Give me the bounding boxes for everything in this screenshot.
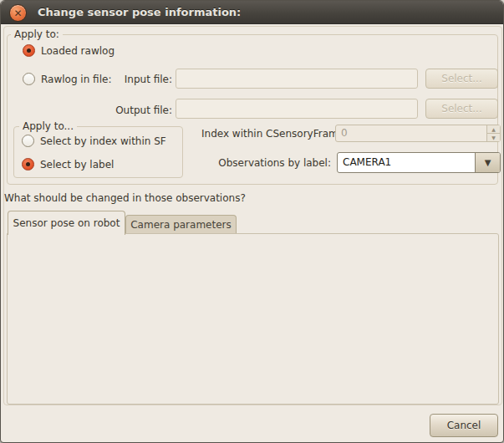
chevron-down-icon[interactable]: ▼ [475, 153, 500, 172]
radio-select-by-index[interactable] [22, 135, 34, 147]
index-spinner[interactable]: 0 ▲ ▼ [335, 125, 501, 142]
output-file-label: Output file: [109, 104, 172, 116]
observations-combo-value: CAMERA1 [338, 153, 475, 172]
index-spinner-value: 0 [336, 125, 486, 141]
tab-sensor-pose[interactable]: Sensor pose on robot [8, 211, 125, 235]
sensor-pose-tabpanel [7, 233, 499, 405]
input-file-label: Input file: [109, 74, 172, 85]
radio-select-by-index-label: Select by index within SF [40, 135, 166, 147]
radio-select-by-label-label: Select by label [40, 159, 114, 171]
titlebar: ✕ Change sensor pose information: [1, 1, 503, 24]
input-file-select-button[interactable]: Select... [425, 69, 498, 89]
radio-loaded-rawlog-label: Loaded rawlog [41, 45, 115, 57]
radio-rawlog-in-file-label: Rawlog in file: [41, 74, 111, 85]
output-file-select-button[interactable]: Select... [425, 99, 498, 119]
close-icon: ✕ [10, 5, 26, 21]
spinner-up-icon[interactable]: ▲ [487, 125, 500, 134]
radio-select-by-label[interactable] [22, 158, 34, 171]
radio-rawlog-in-file[interactable] [23, 73, 35, 85]
observations-by-label-label: Observations by label: [201, 157, 331, 169]
index-within-label: Index within CSensoryFrame [201, 128, 325, 140]
window-title: Change sensor pose information: [38, 1, 241, 24]
radio-loaded-rawlog[interactable] [23, 44, 35, 57]
apply-mode-legend: Apply to... [19, 120, 77, 132]
close-button[interactable]: ✕ [9, 4, 27, 22]
apply-to-legend: Apply to: [11, 28, 63, 40]
tab-camera-parameters[interactable]: Camera parameters [125, 215, 237, 234]
question-text: What should be changed in those observat… [4, 192, 246, 204]
spinner-down-icon[interactable]: ▼ [487, 134, 500, 141]
observations-combo[interactable]: CAMERA1 ▼ [337, 152, 501, 173]
dialog-window: ✕ Change sensor pose information: Apply … [0, 0, 504, 443]
output-file-field[interactable] [176, 99, 418, 119]
cancel-button[interactable]: Cancel [430, 414, 498, 437]
input-file-field[interactable] [176, 69, 418, 89]
